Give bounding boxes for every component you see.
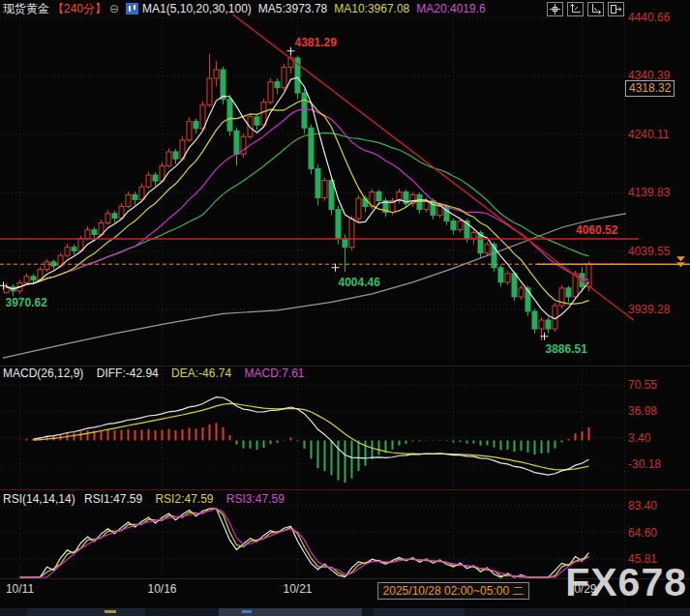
macd-histogram [20,423,589,483]
bottom-tab-selected[interactable] [219,608,362,616]
bottom-tab[interactable] [27,608,145,616]
bottom-tab[interactable] [374,608,465,616]
rsi3-value: RSI3:47.59 [226,492,285,506]
bottom-tab[interactable] [242,610,252,613]
macd-diff-line [34,397,589,475]
period-label[interactable]: 【240分】 [52,1,106,16]
ma5-line [7,77,589,319]
shift-right-icon[interactable] [608,2,624,16]
pan-icon[interactable] [547,2,563,16]
macd-diff-value: DIFF:-42.94 [97,367,159,380]
macd-title[interactable]: MACD(26,12,9) [3,367,83,380]
rsi1-line [20,509,589,577]
candlestick-type-icon[interactable] [126,3,138,15]
chart-toolbar [547,2,624,16]
rsi3-line [20,509,589,577]
bottom-tab-strip[interactable] [0,608,690,616]
bottom-tab[interactable] [105,610,116,613]
chart-window: 现货黄金 【240分】 ⊖ MA1(5,10,20,30,100) MA5:39… [0,0,690,616]
ma20-value: MA20:4019.6 [416,1,485,16]
ma10-value: MA10:3967.08 [334,1,409,16]
collapse-icon[interactable]: ⊖ [109,1,119,16]
trend-line[interactable] [232,15,633,320]
macd-dea-value: DEA:-46.74 [171,367,231,380]
ma5-value: MA5:3973.78 [258,1,327,16]
rsi2-value: RSI2:47.59 [155,492,213,506]
price-marker-icon [676,256,685,261]
rsi2-line [20,509,589,577]
ma-settings-label[interactable]: MA1(5,10,20,30,100) [142,1,252,16]
symbol-title: 现货黄金 [3,1,49,16]
candlesticks [4,52,591,340]
macd-dea-line [34,403,589,469]
watermark: FX678 [565,560,687,605]
rsi-header: RSI(14,14,14) RSI1:47.59 RSI2:47.59 RSI3… [3,492,294,506]
macd-header: MACD(26,12,9) DIFF:-42.94 DEA:-46.74 MAC… [3,367,315,380]
axis-scale-icon[interactable] [567,2,584,16]
ma100-line [3,214,626,358]
main-chart-canvas[interactable] [0,0,690,616]
rsi1-value: RSI1:47.59 [84,492,142,506]
axis-pan-icon[interactable] [587,2,604,16]
macd-value: MACD:7.61 [244,367,304,380]
rsi-title[interactable]: RSI(14,14,14) [3,492,75,506]
